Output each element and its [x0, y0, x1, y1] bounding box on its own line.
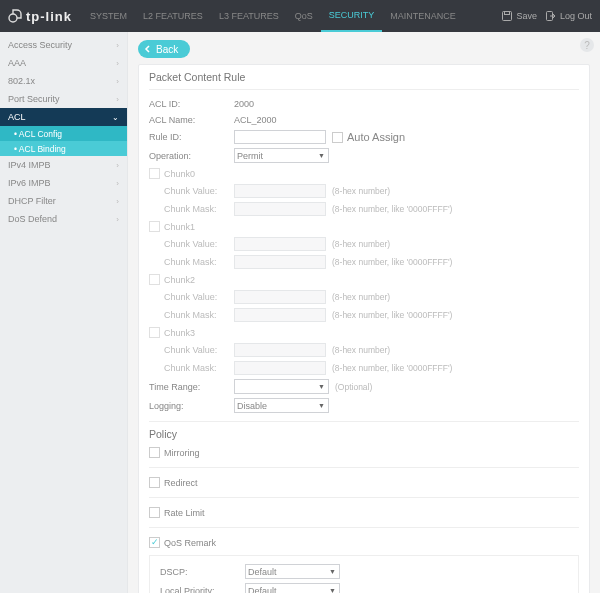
hint: (8-hex number): [332, 292, 390, 302]
policy-title: Policy: [149, 428, 579, 442]
rule-title: Packet Content Rule: [149, 71, 579, 90]
logging-label: Logging:: [149, 401, 234, 411]
mirroring-label: Mirroring: [164, 448, 200, 458]
chunk1-mask-input: [234, 255, 326, 269]
hint: (8-hex number): [332, 186, 390, 196]
qosremark-checkbox[interactable]: [149, 537, 160, 548]
tab-security[interactable]: SECURITY: [321, 0, 383, 32]
sidebar-item-aaa[interactable]: AAA›: [0, 54, 127, 72]
chunk0-label: Chunk0: [164, 169, 195, 179]
qos-remark-box: DSCP: Default▼ Local Priority: Default▼ …: [149, 555, 579, 593]
chevron-right-icon: ›: [116, 59, 119, 68]
ratelimit-label: Rate Limit: [164, 508, 205, 518]
sidebar-sub-acl-config[interactable]: • ACL Config: [0, 126, 127, 141]
header: tp-link SYSTEML2 FEATURESL3 FEATURESQoSS…: [0, 0, 600, 32]
chevron-down-icon: ⌄: [112, 113, 119, 122]
logout-icon: [545, 10, 557, 22]
time-range-select[interactable]: ▼: [234, 379, 329, 394]
chevron-down-icon: ▼: [318, 402, 325, 409]
tab-maintenance[interactable]: MAINTENANCE: [382, 0, 464, 32]
sidebar-item-port-security[interactable]: Port Security›: [0, 90, 127, 108]
chevron-right-icon: ›: [116, 95, 119, 104]
rule-id-label: Rule ID:: [149, 132, 234, 142]
acl-id-value: 2000: [234, 99, 254, 109]
auto-assign-checkbox[interactable]: [332, 132, 343, 143]
sidebar-item-ipv6-impb[interactable]: IPv6 IMPB›: [0, 174, 127, 192]
chevron-right-icon: ›: [116, 77, 119, 86]
sidebar-item-acl[interactable]: ACL⌄: [0, 108, 127, 126]
sidebar-item-access-security[interactable]: Access Security›: [0, 36, 127, 54]
acl-id-label: ACL ID:: [149, 99, 234, 109]
sidebar-item-ipv4-impb[interactable]: IPv4 IMPB›: [0, 156, 127, 174]
back-button[interactable]: Back: [138, 40, 190, 58]
svg-rect-2: [505, 12, 510, 15]
qosremark-label: QoS Remark: [164, 538, 216, 548]
chevron-right-icon: ›: [116, 197, 119, 206]
chevron-down-icon: ▼: [318, 152, 325, 159]
logout-button[interactable]: Log Out: [545, 10, 592, 22]
help-icon[interactable]: ?: [580, 38, 594, 52]
chunk0-value-input: [234, 184, 326, 198]
sidebar-item-dhcp-filter[interactable]: DHCP Filter›: [0, 192, 127, 210]
rule-id-input[interactable]: [234, 130, 326, 144]
chunk0-mask-input: [234, 202, 326, 216]
logging-select[interactable]: Disable▼: [234, 398, 329, 413]
svg-rect-1: [503, 12, 512, 21]
tab-system[interactable]: SYSTEM: [82, 0, 135, 32]
redirect-label: Redirect: [164, 478, 198, 488]
chunk-value-label: Chunk Value:: [164, 239, 234, 249]
time-range-label: Time Range:: [149, 382, 234, 392]
chunk-value-label: Chunk Value:: [164, 186, 234, 196]
auto-assign-label: Auto Assign: [347, 131, 405, 143]
back-arrow-icon: [144, 45, 152, 53]
hint: (8-hex number): [332, 239, 390, 249]
brand-logo: tp-link: [8, 9, 72, 24]
chunk2-mask-input: [234, 308, 326, 322]
main-panel: ? Back Packet Content Rule ACL ID: 2000 …: [128, 32, 600, 593]
chunk2-label: Chunk2: [164, 275, 195, 285]
acl-name-label: ACL Name:: [149, 115, 234, 125]
chunk3-checkbox[interactable]: [149, 327, 160, 338]
hint: (8-hex number): [332, 345, 390, 355]
ratelimit-checkbox[interactable]: [149, 507, 160, 518]
chunk-mask-label: Chunk Mask:: [164, 204, 234, 214]
chunk-value-label: Chunk Value:: [164, 345, 234, 355]
chunk2-value-input: [234, 290, 326, 304]
top-nav: SYSTEML2 FEATURESL3 FEATURESQoSSECURITYM…: [82, 0, 501, 32]
logo-icon: [8, 9, 22, 23]
sidebar-sub-acl-binding[interactable]: • ACL Binding: [0, 141, 127, 156]
chunk1-value-input: [234, 237, 326, 251]
chunk1-label: Chunk1: [164, 222, 195, 232]
operation-label: Operation:: [149, 151, 234, 161]
chevron-right-icon: ›: [116, 41, 119, 50]
operation-select[interactable]: Permit▼: [234, 148, 329, 163]
localprio-select[interactable]: Default▼: [245, 583, 340, 593]
chevron-right-icon: ›: [116, 161, 119, 170]
hint: (8-hex number, like '0000FFFF'): [332, 363, 452, 373]
tab-l3-features[interactable]: L3 FEATURES: [211, 0, 287, 32]
sidebar-item-dos-defend[interactable]: DoS Defend›: [0, 210, 127, 228]
chunk2-checkbox[interactable]: [149, 274, 160, 285]
rule-card: Packet Content Rule ACL ID: 2000 ACL Nam…: [138, 64, 590, 593]
chevron-right-icon: ›: [116, 215, 119, 224]
chunk1-checkbox[interactable]: [149, 221, 160, 232]
time-range-hint: (Optional): [335, 382, 372, 392]
tab-l2-features[interactable]: L2 FEATURES: [135, 0, 211, 32]
hint: (8-hex number, like '0000FFFF'): [332, 257, 452, 267]
tab-qos[interactable]: QoS: [287, 0, 321, 32]
chunk0-checkbox[interactable]: [149, 168, 160, 179]
chunk3-mask-input: [234, 361, 326, 375]
chevron-down-icon: ▼: [329, 568, 336, 575]
dscp-select[interactable]: Default▼: [245, 564, 340, 579]
sidebar-item-802-1x[interactable]: 802.1x›: [0, 72, 127, 90]
chevron-down-icon: ▼: [329, 587, 336, 593]
acl-name-value: ACL_2000: [234, 115, 277, 125]
mirroring-checkbox[interactable]: [149, 447, 160, 458]
chunk-mask-label: Chunk Mask:: [164, 257, 234, 267]
redirect-checkbox[interactable]: [149, 477, 160, 488]
svg-point-0: [9, 14, 17, 22]
save-button[interactable]: Save: [501, 10, 537, 22]
chevron-down-icon: ▼: [318, 383, 325, 390]
chunk-mask-label: Chunk Mask:: [164, 363, 234, 373]
chunk-mask-label: Chunk Mask:: [164, 310, 234, 320]
